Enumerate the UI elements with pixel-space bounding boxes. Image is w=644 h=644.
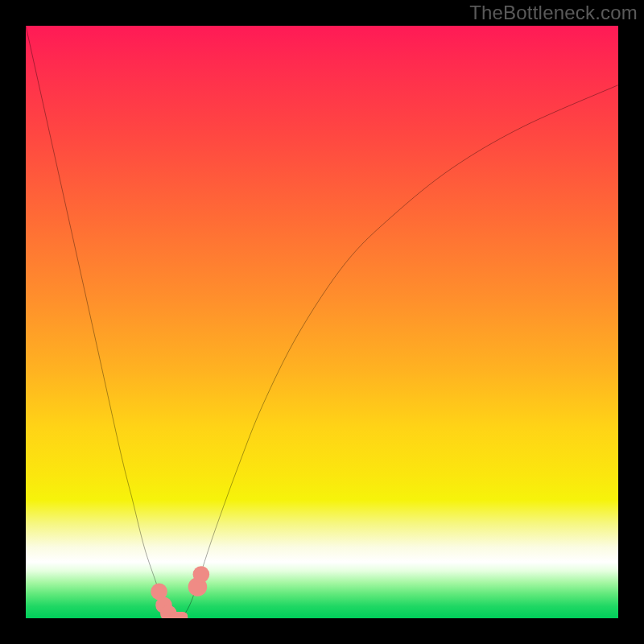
watermark-text: TheBottleneck.com	[469, 2, 638, 24]
marker-right-2	[193, 566, 210, 583]
chart-frame: TheBottleneck.com	[0, 0, 644, 644]
marker-bottom	[169, 612, 188, 618]
curve-layer	[26, 26, 618, 618]
plot-area	[26, 26, 618, 618]
markers-group	[151, 566, 209, 618]
bottleneck-curve-path	[26, 26, 618, 618]
